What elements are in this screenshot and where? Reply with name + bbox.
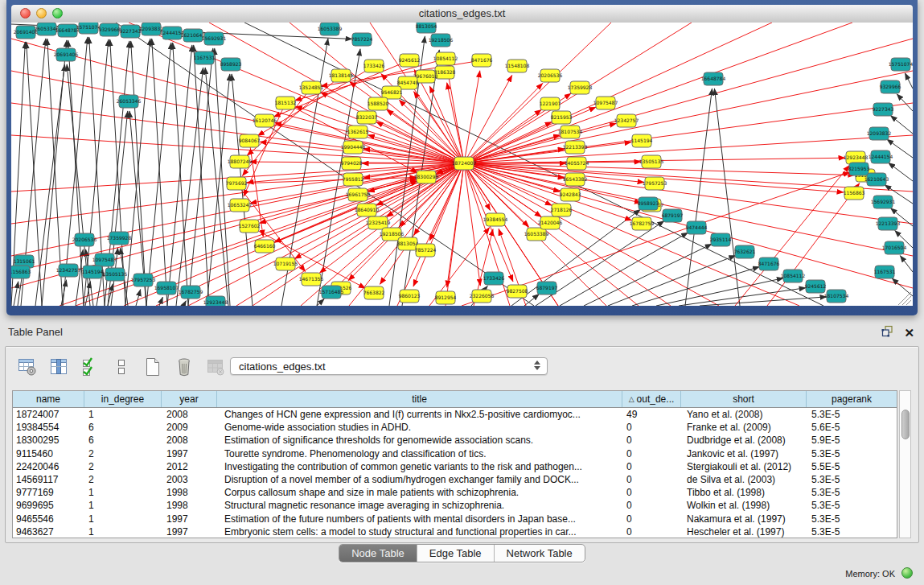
graph-node[interactable]: 18807249 (228, 155, 253, 168)
graph-node[interactable]: 12923448 (203, 296, 228, 306)
graph-node[interactable]: 9860123 (399, 290, 421, 303)
minimize-window-icon[interactable] (36, 8, 47, 19)
cell-in_degree[interactable]: 2 (84, 448, 162, 459)
graph-node[interactable]: 7857224 (415, 244, 437, 257)
table-vertical-scrollbar[interactable] (899, 390, 911, 538)
graph-node[interactable]: 20206536 (72, 233, 97, 246)
graph-node[interactable]: 19904448 (341, 141, 366, 154)
graph-node[interactable]: 20206536 (538, 69, 563, 82)
graph-node[interactable]: 23226058 (470, 290, 495, 303)
column-header-year[interactable]: year (162, 391, 217, 407)
cell-pagerank[interactable]: 5.3E-5 (807, 513, 897, 525)
cell-name[interactable]: 19384554 (13, 422, 84, 433)
graph-node[interactable]: 10653247 (228, 199, 253, 212)
graph-node[interactable]: 11548108 (505, 60, 530, 72)
graph-node[interactable]: 1145194 (82, 266, 104, 278)
graph-node[interactable]: 9245612 (399, 54, 421, 67)
graph-node[interactable]: 8958923 (638, 197, 659, 210)
cell-title[interactable]: Tourette syndrome. Phenomenology and cla… (217, 448, 622, 459)
cell-pagerank[interactable]: 5.3E-5 (807, 409, 897, 420)
graph-node[interactable]: 26053346 (117, 95, 142, 108)
cell-short[interactable]: Nakamura et al. (1997) (681, 513, 807, 525)
cell-pagerank[interactable]: 5.3E-5 (807, 487, 897, 498)
cell-name[interactable]: 9115460 (13, 448, 84, 459)
cell-year[interactable]: 2012 (162, 461, 217, 472)
column-header-out_de[interactable]: △out_de... (622, 391, 681, 407)
network-canvas[interactable]: 2069140626053346166487841575107493299669… (11, 23, 913, 306)
graph-node[interactable]: 16648784 (701, 72, 726, 85)
table-row[interactable]: 1830029562008Estimation of significance … (13, 434, 897, 447)
cell-in_degree[interactable]: 1 (84, 526, 162, 538)
graph-node[interactable]: 1156863 (11, 266, 31, 278)
cell-name[interactable]: 9777169 (13, 487, 84, 498)
graph-node[interactable]: 9794028 (341, 157, 363, 170)
graph-node[interactable]: 13524851 (299, 81, 324, 94)
graph-node[interactable]: 17016504 (882, 241, 907, 254)
table-row[interactable]: 2242004622012Investigating the contribut… (13, 460, 897, 473)
graph-node[interactable]: 6879197 (662, 209, 684, 222)
graph-node[interactable]: 20691406 (54, 48, 79, 61)
cell-in_degree[interactable]: 1 (84, 513, 162, 525)
cell-pagerank[interactable]: 5.6E-5 (807, 422, 897, 433)
cell-year[interactable]: 1997 (162, 448, 217, 459)
close-panel-icon[interactable]: ✕ (904, 327, 914, 339)
graph-node[interactable]: 15692931 (202, 32, 227, 45)
cell-in_degree[interactable]: 6 (84, 435, 162, 446)
graph-node[interactable]: 10854112 (781, 270, 806, 282)
cell-title[interactable]: Disruption of a novel member of a sodium… (217, 474, 622, 485)
graph-node[interactable]: 19218506 (429, 34, 454, 47)
delete-table-icon[interactable] (172, 355, 196, 379)
graph-node[interactable]: 17359928 (568, 81, 593, 94)
graph-node[interactable]: 10854112 (433, 52, 458, 65)
graph-node[interactable]: 13505135 (103, 268, 128, 281)
cell-name[interactable]: 9465546 (13, 513, 84, 525)
graph-node[interactable]: 15751074 (76, 23, 101, 34)
table-row[interactable]: 1456911722003Disruption of a novel membe… (13, 473, 897, 486)
graph-node[interactable]: 16961758 (346, 188, 371, 201)
resize-grip-icon[interactable] (906, 300, 911, 305)
zoom-window-icon[interactable] (52, 8, 63, 19)
graph-node[interactable]: 8813054 (416, 23, 437, 33)
graph-node[interactable]: 18724007 (452, 157, 477, 170)
memory-status-icon[interactable] (901, 567, 913, 579)
graph-node[interactable]: 1167531 (194, 51, 216, 64)
graph-node[interactable]: 13505135 (639, 155, 664, 168)
graph-node[interactable]: 10975487 (92, 253, 117, 266)
cell-short[interactable]: Tibbo et al. (1998) (681, 487, 807, 498)
graph-node[interactable]: 7632621 (734, 245, 756, 258)
graph-node[interactable]: 12093832 (867, 127, 892, 140)
cell-name[interactable]: 18724007 (13, 409, 84, 420)
cell-in_degree[interactable]: 2 (84, 461, 162, 472)
network-graph-svg[interactable]: 2069140626053346166487841575107493299669… (11, 23, 913, 306)
cell-out_de[interactable]: 49 (622, 409, 681, 420)
table-row[interactable]: 946362711997Embryonic stem cells: a mode… (13, 525, 897, 538)
cell-title[interactable]: Corpus callosum shape and size in male p… (217, 487, 622, 498)
graph-node[interactable]: 1733426 (363, 60, 385, 72)
cell-year[interactable]: 2008 (162, 435, 217, 446)
cell-in_degree[interactable]: 2 (84, 474, 162, 485)
cell-name[interactable]: 14569117 (13, 474, 84, 485)
select-all-checks-icon[interactable] (78, 355, 102, 379)
cell-pagerank[interactable]: 5.3E-5 (807, 526, 897, 538)
cell-out_de[interactable]: 0 (622, 448, 681, 459)
graph-node[interactable]: 8471676 (471, 54, 493, 67)
graph-node[interactable]: 1145194 (631, 134, 653, 147)
graph-node[interactable]: 12444154 (869, 150, 893, 163)
graph-node[interactable]: 16782759 (630, 217, 655, 230)
column-header-pagerank[interactable]: pagerank (807, 391, 897, 407)
graph-node[interactable]: 14055724 (565, 157, 589, 170)
graph-node[interactable]: 8912954 (435, 291, 457, 304)
graph-node[interactable]: 8471676 (758, 257, 780, 270)
graph-node[interactable]: 18107534 (558, 126, 583, 138)
cell-year[interactable]: 1997 (162, 513, 217, 525)
graph-node[interactable]: 7663822 (363, 286, 385, 299)
graph-node[interactable]: 9827508 (507, 285, 528, 298)
cell-pagerank[interactable]: 5.9E-5 (807, 435, 897, 446)
cell-title[interactable]: Changes of HCN gene expression and I(f) … (217, 409, 622, 420)
cell-year[interactable]: 1997 (162, 526, 217, 538)
cell-in_degree[interactable]: 1 (84, 500, 162, 511)
graph-node[interactable]: 1362615 (347, 126, 369, 138)
graph-node[interactable]: 12213393 (563, 141, 588, 154)
graph-node[interactable]: 9474444 (686, 221, 708, 234)
cell-out_de[interactable]: 0 (622, 487, 681, 498)
